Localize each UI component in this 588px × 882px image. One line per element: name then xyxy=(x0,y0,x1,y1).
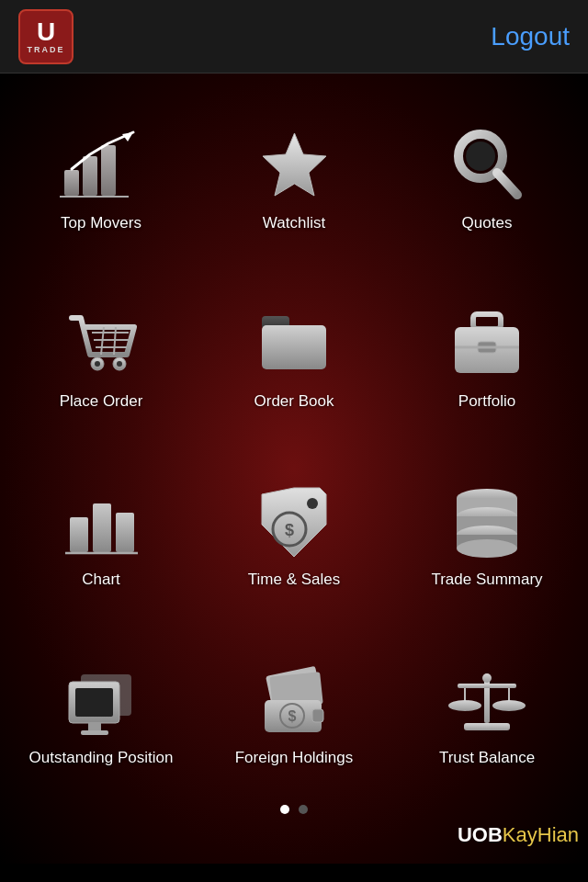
time-sales-icon: $ xyxy=(248,481,340,563)
svg-point-51 xyxy=(482,673,492,683)
svg-rect-52 xyxy=(458,684,516,688)
brand-uob-text: UOB xyxy=(458,823,503,846)
svg-line-13 xyxy=(114,327,116,355)
logo-u-text: U xyxy=(37,19,55,45)
menu-grid: Top Movers Watchlist xyxy=(9,92,579,796)
watchlist-icon xyxy=(248,124,340,207)
page-dot-1[interactable] xyxy=(280,805,289,814)
place-order-label: Place Order xyxy=(60,392,143,411)
top-movers-icon xyxy=(55,124,147,207)
quotes-icon xyxy=(441,124,533,207)
svg-point-7 xyxy=(466,141,495,171)
svg-point-56 xyxy=(492,700,526,711)
main-content: Top Movers Watchlist xyxy=(0,74,588,864)
outstanding-position-label: Outstanding Position xyxy=(29,749,174,767)
quotes-label: Quotes xyxy=(462,214,513,232)
menu-item-chart[interactable]: Chart xyxy=(9,448,193,617)
svg-rect-48 xyxy=(312,709,323,722)
svg-rect-26 xyxy=(116,513,134,552)
chart-label: Chart xyxy=(82,571,120,589)
svg-rect-42 xyxy=(81,730,108,735)
menu-item-place-order[interactable]: Place Order xyxy=(9,270,193,439)
svg-rect-1 xyxy=(83,156,97,196)
menu-item-trust-balance[interactable]: Trust Balance xyxy=(395,627,579,796)
menu-item-order-book[interactable]: Order Book xyxy=(202,270,386,439)
svg-line-8 xyxy=(497,173,517,195)
app-header: U TRADE Logout xyxy=(0,0,588,74)
order-book-icon xyxy=(248,302,340,385)
chart-icon xyxy=(55,481,147,563)
menu-item-top-movers[interactable]: Top Movers xyxy=(9,92,193,261)
svg-rect-40 xyxy=(75,688,113,717)
foreign-holdings-icon: $ xyxy=(248,659,340,741)
outstanding-position-icon xyxy=(55,659,147,741)
svg-point-37 xyxy=(457,539,517,558)
foreign-holdings-label: Foreign Holdings xyxy=(235,749,354,767)
menu-item-time-sales[interactable]: $ Time & Sales xyxy=(202,448,386,617)
logout-button[interactable]: Logout xyxy=(491,22,570,51)
svg-rect-0 xyxy=(64,170,79,196)
menu-item-outstanding-position[interactable]: Outstanding Position xyxy=(9,627,193,796)
svg-rect-41 xyxy=(88,723,101,730)
svg-rect-25 xyxy=(93,503,111,552)
menu-item-foreign-holdings[interactable]: $ Foreign Holdings xyxy=(202,627,386,796)
svg-rect-19 xyxy=(262,325,326,369)
svg-text:$: $ xyxy=(288,708,297,724)
svg-text:$: $ xyxy=(285,521,294,539)
app-logo: U TRADE xyxy=(18,9,74,64)
trade-summary-label: Trade Summary xyxy=(431,571,542,589)
svg-marker-5 xyxy=(263,133,326,196)
menu-item-portfolio[interactable]: Portfolio xyxy=(395,270,579,439)
menu-item-watchlist[interactable]: Watchlist xyxy=(202,92,386,261)
place-order-icon xyxy=(55,302,147,385)
brand-footer: UOBKayHian xyxy=(9,823,579,854)
watchlist-label: Watchlist xyxy=(263,214,325,232)
order-book-label: Order Book xyxy=(254,392,334,411)
page-dot-2[interactable] xyxy=(299,805,308,814)
menu-item-trade-summary[interactable]: Trade Summary xyxy=(395,448,579,617)
page-indicators xyxy=(280,805,308,814)
top-movers-label: Top Movers xyxy=(61,214,141,232)
trust-balance-label: Trust Balance xyxy=(439,749,535,767)
svg-point-28 xyxy=(307,498,318,509)
trade-summary-icon xyxy=(441,481,533,563)
brand-kayhian-text: KayHian xyxy=(503,823,579,846)
time-sales-label: Time & Sales xyxy=(248,571,340,589)
svg-rect-2 xyxy=(101,145,116,196)
svg-point-16 xyxy=(95,361,100,367)
svg-point-54 xyxy=(448,700,481,711)
menu-item-quotes[interactable]: Quotes xyxy=(395,92,579,261)
svg-rect-50 xyxy=(464,723,510,730)
svg-point-17 xyxy=(117,361,122,367)
svg-rect-20 xyxy=(473,314,501,329)
trust-balance-icon xyxy=(441,659,533,741)
svg-rect-24 xyxy=(70,517,88,552)
logo-trade-text: TRADE xyxy=(28,45,65,54)
portfolio-icon xyxy=(441,302,533,385)
portfolio-label: Portfolio xyxy=(458,392,515,411)
